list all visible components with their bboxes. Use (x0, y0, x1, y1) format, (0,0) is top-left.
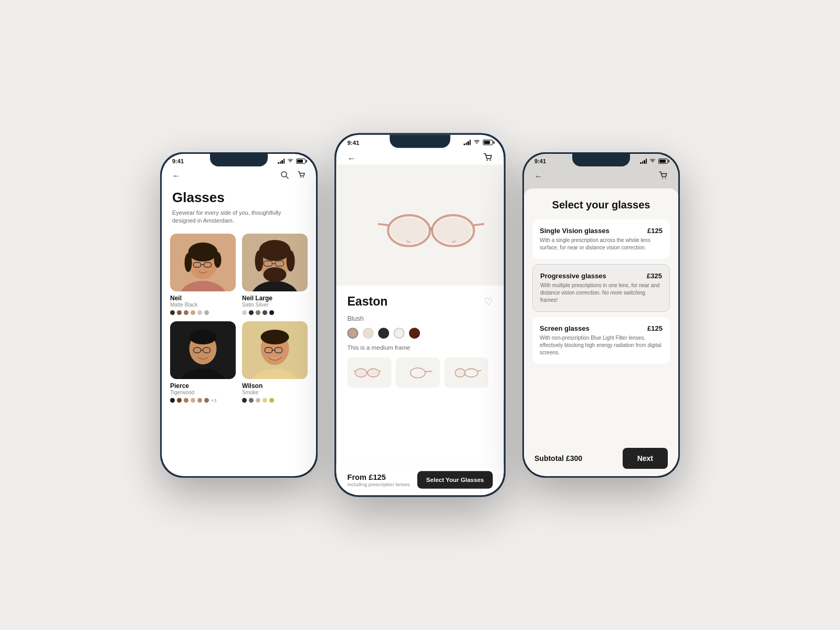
svg-point-9 (214, 252, 222, 268)
phone1-navbar: ← (162, 166, 316, 187)
back-icon-3[interactable]: ← (534, 172, 543, 181)
back-icon-2[interactable]: ← (347, 153, 356, 163)
glasses-grid: Neil Matte Black (162, 234, 316, 403)
phone-glasses-list: 9:41 (160, 152, 318, 478)
product-name-wilson: Wilson (242, 382, 308, 390)
glasses-item-wilson[interactable]: Wilson Smoke (242, 321, 308, 403)
color-dot[interactable] (197, 398, 202, 403)
option-price-single-vision: £125 (647, 227, 663, 235)
color-dot[interactable] (269, 310, 274, 315)
color-dot[interactable] (249, 398, 254, 403)
color-dot[interactable] (191, 398, 195, 403)
incl-text: Including prescription lenses (347, 481, 410, 487)
glasses-item-neil[interactable]: Neil Matte Black (170, 234, 236, 315)
svg-point-7 (188, 243, 218, 261)
thumb-3[interactable] (444, 358, 488, 388)
option-name-progressive: Progressive glasses (540, 272, 606, 280)
color-dot[interactable] (242, 310, 247, 315)
option-card-screen[interactable]: Screen glasses £125 With non-prescriptio… (532, 317, 670, 364)
color-option-black[interactable] (378, 328, 389, 339)
option-card-single-vision[interactable]: Single Vision glasses £125 With a single… (532, 219, 670, 259)
product-info: Easton ♡ Blush This is a medium frame (336, 286, 503, 401)
color-dot[interactable] (256, 310, 260, 315)
heart-icon[interactable]: ♡ (484, 296, 493, 308)
color-option-tortoise[interactable] (409, 328, 420, 339)
back-icon[interactable]: ← (172, 171, 181, 181)
color-dot[interactable] (177, 398, 182, 403)
notch-2 (390, 135, 450, 148)
color-option-blush[interactable] (347, 328, 358, 339)
option-name-screen: Screen glasses (540, 324, 590, 332)
svg-point-57 (662, 177, 663, 178)
svg-point-19 (264, 267, 287, 282)
svg-line-44 (474, 224, 484, 225)
color-dot[interactable] (170, 310, 175, 315)
color-dot[interactable] (191, 310, 195, 315)
phone-product-detail: 9:41 (334, 133, 506, 497)
subtotal-text: Subtotal £300 (534, 454, 582, 463)
svg-point-8 (185, 253, 192, 272)
svg-point-37 (487, 160, 488, 161)
color-dots-pierce: +3 (170, 398, 236, 403)
phone-select-glasses: 9:41 (522, 152, 680, 478)
color-dots-neil (170, 310, 236, 315)
product-name-easton: Easton (347, 295, 387, 309)
color-dot[interactable] (256, 398, 260, 403)
color-option-cream[interactable] (363, 328, 374, 339)
time-1: 9:41 (172, 158, 184, 164)
svg-point-16 (259, 240, 291, 261)
cart-icon-3[interactable] (658, 171, 668, 182)
battery-icon-3 (658, 159, 668, 164)
option-card-progressive[interactable]: Progressive glasses £325 With multiple p… (532, 264, 670, 312)
status-icons-1 (278, 158, 306, 164)
svg-point-55 (465, 369, 478, 377)
color-dot[interactable] (204, 398, 209, 403)
frame-size-label: This is a medium frame (347, 344, 492, 351)
option-price-screen: £125 (647, 324, 663, 332)
thumb-2[interactable] (396, 358, 440, 388)
color-dot[interactable] (249, 310, 254, 315)
phone2-navbar: ← (336, 148, 503, 165)
svg-line-49 (353, 371, 355, 371)
color-dot[interactable] (170, 398, 175, 403)
phones-container: 9:41 (139, 110, 701, 520)
color-options (347, 328, 492, 339)
product-name-pierce: Pierce (170, 382, 236, 390)
glasses-item-pierce[interactable]: Pierce Tigerwood +3 (170, 321, 236, 403)
battery-icon-2 (483, 140, 493, 145)
search-icon[interactable] (280, 171, 289, 181)
color-dots-wilson (242, 398, 308, 403)
product-color-wilson: Smoke (242, 390, 308, 395)
svg-line-43 (379, 224, 388, 225)
color-dot[interactable] (177, 310, 182, 315)
svg-point-46 (356, 369, 366, 376)
color-dot[interactable] (184, 398, 188, 403)
option-desc-screen: With non-prescription Blue Light Filter … (540, 334, 663, 356)
svg-point-58 (665, 177, 666, 178)
color-dot[interactable] (242, 398, 247, 403)
cart-icon-2[interactable] (483, 152, 493, 164)
color-option-clear[interactable] (394, 328, 405, 339)
phone3-content: Select your glasses Single Vision glasse… (524, 188, 678, 472)
option-name-single-vision: Single Vision glasses (540, 227, 610, 235)
notch-3 (572, 154, 630, 166)
next-button[interactable]: Next (623, 448, 668, 469)
select-glasses-button[interactable]: Select Your Glasses (417, 471, 493, 489)
color-dot[interactable] (262, 398, 267, 403)
color-dot[interactable] (184, 310, 188, 315)
notch (210, 154, 268, 166)
phone1-header: Glasses Eyewear for every side of you, t… (162, 187, 316, 234)
wifi-icon (287, 158, 293, 164)
page-title-1: Glasses (172, 190, 306, 206)
cart-icon[interactable] (297, 171, 306, 181)
color-dot[interactable] (269, 398, 274, 403)
svg-line-1 (286, 176, 288, 178)
signal-icon-2 (464, 140, 471, 145)
signal-icon (278, 159, 285, 164)
svg-point-17 (255, 250, 264, 271)
color-dot[interactable] (197, 310, 202, 315)
thumb-1[interactable] (347, 358, 391, 388)
color-dot[interactable] (262, 310, 267, 315)
glasses-item-neil-large[interactable]: Neil Large Satin Silver (242, 234, 308, 315)
color-dot[interactable] (204, 310, 209, 315)
